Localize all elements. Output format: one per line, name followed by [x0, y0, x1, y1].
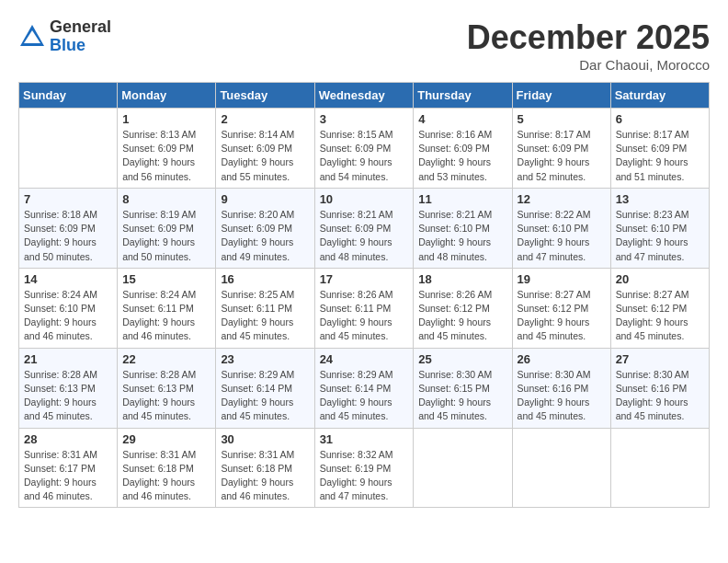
calendar-week-row: 7Sunrise: 8:18 AMSunset: 6:09 PMDaylight…	[19, 188, 710, 268]
day-number: 5	[518, 112, 606, 126]
calendar-cell: 25Sunrise: 8:30 AMSunset: 6:15 PMDayligh…	[414, 348, 512, 428]
calendar-cell: 29Sunrise: 8:31 AMSunset: 6:18 PMDayligh…	[118, 428, 216, 508]
calendar-table: SundayMondayTuesdayWednesdayThursdayFrid…	[18, 82, 710, 508]
day-number: 27	[616, 352, 704, 366]
day-number: 29	[122, 432, 210, 446]
weekday-header-thursday: Thursday	[414, 83, 512, 109]
day-info: Sunrise: 8:27 AMSunset: 6:12 PMDaylight:…	[518, 288, 606, 344]
calendar-cell: 30Sunrise: 8:31 AMSunset: 6:18 PMDayligh…	[216, 428, 314, 508]
day-info: Sunrise: 8:30 AMSunset: 6:16 PMDaylight:…	[616, 368, 704, 424]
day-number: 23	[221, 352, 309, 366]
calendar-cell	[610, 428, 709, 508]
weekday-header-monday: Monday	[118, 83, 216, 109]
calendar-cell: 24Sunrise: 8:29 AMSunset: 6:14 PMDayligh…	[314, 348, 414, 428]
weekday-header-saturday: Saturday	[610, 83, 709, 109]
calendar-cell: 14Sunrise: 8:24 AMSunset: 6:10 PMDayligh…	[19, 268, 118, 348]
logo-text: General Blue	[50, 18, 111, 55]
day-info: Sunrise: 8:27 AMSunset: 6:12 PMDaylight:…	[616, 288, 704, 344]
day-number: 7	[24, 192, 112, 206]
calendar-cell: 17Sunrise: 8:26 AMSunset: 6:11 PMDayligh…	[314, 268, 414, 348]
day-info: Sunrise: 8:18 AMSunset: 6:09 PMDaylight:…	[24, 208, 112, 264]
weekday-header-sunday: Sunday	[19, 83, 118, 109]
day-info: Sunrise: 8:19 AMSunset: 6:09 PMDaylight:…	[122, 208, 210, 264]
weekday-header-friday: Friday	[512, 83, 610, 109]
logo-blue: Blue	[50, 37, 111, 55]
calendar-cell: 23Sunrise: 8:29 AMSunset: 6:14 PMDayligh…	[216, 348, 314, 428]
calendar-cell: 1Sunrise: 8:13 AMSunset: 6:09 PMDaylight…	[118, 109, 216, 189]
day-number: 11	[418, 192, 506, 206]
calendar-cell: 28Sunrise: 8:31 AMSunset: 6:17 PMDayligh…	[19, 428, 118, 508]
day-number: 24	[320, 352, 409, 366]
calendar-cell: 6Sunrise: 8:17 AMSunset: 6:09 PMDaylight…	[610, 109, 709, 189]
calendar-cell: 22Sunrise: 8:28 AMSunset: 6:13 PMDayligh…	[118, 348, 216, 428]
logo-icon	[18, 23, 46, 51]
day-number: 2	[221, 112, 309, 126]
day-info: Sunrise: 8:22 AMSunset: 6:10 PMDaylight:…	[518, 208, 606, 264]
day-info: Sunrise: 8:28 AMSunset: 6:13 PMDaylight:…	[122, 368, 210, 424]
day-number: 13	[616, 192, 704, 206]
day-number: 10	[320, 192, 409, 206]
calendar-cell: 5Sunrise: 8:17 AMSunset: 6:09 PMDaylight…	[512, 109, 610, 189]
day-number: 20	[616, 272, 704, 286]
title-area: December 2025 Dar Chaoui, Morocco	[467, 18, 710, 73]
calendar-week-row: 28Sunrise: 8:31 AMSunset: 6:17 PMDayligh…	[19, 428, 710, 508]
calendar-cell	[414, 428, 512, 508]
day-info: Sunrise: 8:23 AMSunset: 6:10 PMDaylight:…	[616, 208, 704, 264]
day-number: 30	[221, 432, 309, 446]
day-number: 6	[616, 112, 704, 126]
day-info: Sunrise: 8:25 AMSunset: 6:11 PMDaylight:…	[221, 288, 309, 344]
day-number: 3	[320, 112, 409, 126]
calendar-cell: 2Sunrise: 8:14 AMSunset: 6:09 PMDaylight…	[216, 109, 314, 189]
calendar-cell: 20Sunrise: 8:27 AMSunset: 6:12 PMDayligh…	[610, 268, 709, 348]
day-info: Sunrise: 8:31 AMSunset: 6:18 PMDaylight:…	[122, 448, 210, 504]
day-number: 25	[418, 352, 506, 366]
day-info: Sunrise: 8:13 AMSunset: 6:09 PMDaylight:…	[122, 128, 210, 184]
day-info: Sunrise: 8:24 AMSunset: 6:10 PMDaylight:…	[24, 288, 112, 344]
day-number: 16	[221, 272, 309, 286]
day-number: 4	[418, 112, 506, 126]
calendar-cell: 8Sunrise: 8:19 AMSunset: 6:09 PMDaylight…	[118, 188, 216, 268]
day-info: Sunrise: 8:15 AMSunset: 6:09 PMDaylight:…	[320, 128, 409, 184]
calendar-cell: 21Sunrise: 8:28 AMSunset: 6:13 PMDayligh…	[19, 348, 118, 428]
day-info: Sunrise: 8:29 AMSunset: 6:14 PMDaylight:…	[320, 368, 409, 424]
day-number: 18	[418, 272, 506, 286]
day-info: Sunrise: 8:29 AMSunset: 6:14 PMDaylight:…	[221, 368, 309, 424]
day-number: 17	[320, 272, 409, 286]
day-number: 12	[518, 192, 606, 206]
logo: General Blue	[18, 18, 111, 55]
day-info: Sunrise: 8:26 AMSunset: 6:11 PMDaylight:…	[320, 288, 409, 344]
day-number: 28	[24, 432, 112, 446]
day-info: Sunrise: 8:16 AMSunset: 6:09 PMDaylight:…	[418, 128, 506, 184]
day-info: Sunrise: 8:31 AMSunset: 6:18 PMDaylight:…	[221, 448, 309, 504]
calendar-header-row: SundayMondayTuesdayWednesdayThursdayFrid…	[19, 83, 710, 109]
day-info: Sunrise: 8:26 AMSunset: 6:12 PMDaylight:…	[418, 288, 506, 344]
calendar-week-row: 14Sunrise: 8:24 AMSunset: 6:10 PMDayligh…	[19, 268, 710, 348]
calendar-week-row: 21Sunrise: 8:28 AMSunset: 6:13 PMDayligh…	[19, 348, 710, 428]
calendar-cell: 26Sunrise: 8:30 AMSunset: 6:16 PMDayligh…	[512, 348, 610, 428]
day-info: Sunrise: 8:21 AMSunset: 6:09 PMDaylight:…	[320, 208, 409, 264]
calendar-cell: 11Sunrise: 8:21 AMSunset: 6:10 PMDayligh…	[414, 188, 512, 268]
calendar-cell: 15Sunrise: 8:24 AMSunset: 6:11 PMDayligh…	[118, 268, 216, 348]
day-number: 19	[518, 272, 606, 286]
month-title: December 2025	[467, 18, 710, 57]
logo-general: General	[50, 18, 111, 37]
weekday-header-wednesday: Wednesday	[314, 83, 414, 109]
calendar-week-row: 1Sunrise: 8:13 AMSunset: 6:09 PMDaylight…	[19, 109, 710, 189]
day-number: 22	[122, 352, 210, 366]
calendar-cell	[512, 428, 610, 508]
day-info: Sunrise: 8:28 AMSunset: 6:13 PMDaylight:…	[24, 368, 112, 424]
day-info: Sunrise: 8:30 AMSunset: 6:16 PMDaylight:…	[518, 368, 606, 424]
day-info: Sunrise: 8:14 AMSunset: 6:09 PMDaylight:…	[221, 128, 309, 184]
day-info: Sunrise: 8:17 AMSunset: 6:09 PMDaylight:…	[518, 128, 606, 184]
calendar-cell: 3Sunrise: 8:15 AMSunset: 6:09 PMDaylight…	[314, 109, 414, 189]
day-info: Sunrise: 8:21 AMSunset: 6:10 PMDaylight:…	[418, 208, 506, 264]
day-number: 21	[24, 352, 112, 366]
day-info: Sunrise: 8:17 AMSunset: 6:09 PMDaylight:…	[616, 128, 704, 184]
calendar-cell: 18Sunrise: 8:26 AMSunset: 6:12 PMDayligh…	[414, 268, 512, 348]
day-number: 9	[221, 192, 309, 206]
calendar-cell: 19Sunrise: 8:27 AMSunset: 6:12 PMDayligh…	[512, 268, 610, 348]
calendar-cell: 7Sunrise: 8:18 AMSunset: 6:09 PMDaylight…	[19, 188, 118, 268]
calendar-cell: 31Sunrise: 8:32 AMSunset: 6:19 PMDayligh…	[314, 428, 414, 508]
calendar-cell	[19, 109, 118, 189]
weekday-header-tuesday: Tuesday	[216, 83, 314, 109]
